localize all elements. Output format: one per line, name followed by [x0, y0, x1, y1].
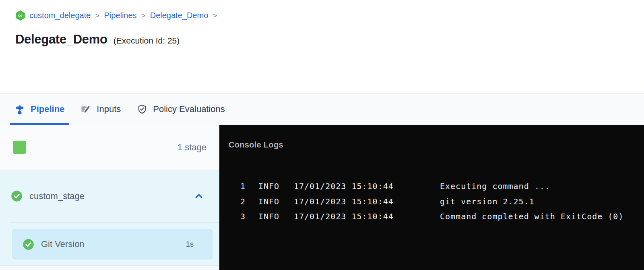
- execution-content: 1 stage custom_stage: [0, 125, 644, 270]
- log-message: git version 2.25.1: [440, 194, 644, 210]
- pipeline-icon: [14, 104, 25, 114]
- breadcrumb-separator: >: [95, 11, 100, 20]
- log-message: Executing command ...: [440, 179, 644, 194]
- stage-panel-footer: [0, 266, 219, 270]
- tab-label: Policy Evaluations: [153, 104, 225, 114]
- console-logs-panel: Console Logs 1 INFO 17/01/2023 15:10:44 …: [219, 125, 644, 270]
- execution-id-label: (Execution Id: 25): [114, 36, 180, 46]
- log-line-number: 2: [219, 194, 246, 210]
- breadcrumb-separator: >: [212, 11, 217, 20]
- log-level: INFO: [246, 194, 294, 210]
- stage-status-square-icon: [13, 141, 26, 154]
- pipeline-execution-page: ∞ custom_delegate > Pipelines > Delegate…: [0, 0, 644, 270]
- log-level: INFO: [246, 209, 294, 224]
- tab-label: Pipeline: [31, 104, 64, 114]
- tab-policy-evaluations[interactable]: Policy Evaluations: [132, 93, 230, 125]
- shield-check-icon: [137, 104, 147, 114]
- stage-summary-bar: 1 stage: [0, 125, 219, 170]
- chevron-up-icon[interactable]: [194, 191, 204, 201]
- check-circle-icon: [23, 239, 34, 250]
- console-log-area[interactable]: 1 INFO 17/01/2023 15:10:44 Executing com…: [219, 165, 644, 224]
- execution-tabbar: Pipeline Inputs Policy Evaluations: [0, 93, 644, 125]
- log-timestamp: 17/01/2023 15:10:44: [294, 209, 440, 224]
- stage-card: custom_stage Git Version 1s: [0, 170, 219, 266]
- inputs-edit-icon: [80, 104, 91, 114]
- page-header: ∞ custom_delegate > Pipelines > Delegate…: [0, 0, 644, 93]
- stage-divider: [10, 222, 219, 222]
- log-level: INFO: [246, 179, 294, 194]
- tab-pipeline[interactable]: Pipeline: [10, 93, 69, 125]
- step-row-git-version[interactable]: Git Version 1s: [12, 229, 213, 260]
- log-timestamp: 17/01/2023 15:10:44: [294, 179, 440, 194]
- check-circle-icon: [11, 190, 23, 202]
- page-title: Delegate_Demo: [15, 32, 107, 47]
- log-line-number: 3: [219, 209, 246, 224]
- log-line: 3 INFO 17/01/2023 15:10:44 Command compl…: [219, 209, 644, 224]
- console-logs-title: Console Logs: [229, 140, 283, 150]
- stage-name-label: custom_stage: [29, 191, 85, 201]
- svg-text:∞: ∞: [18, 12, 22, 19]
- breadcrumb-link-pipeline[interactable]: Delegate_Demo: [150, 11, 208, 20]
- tab-inputs[interactable]: Inputs: [76, 93, 126, 125]
- log-line: 1 INFO 17/01/2023 15:10:44 Executing com…: [219, 179, 644, 194]
- stage-panel: 1 stage custom_stage: [0, 125, 219, 270]
- stage-row-custom-stage[interactable]: custom_stage: [0, 170, 219, 222]
- step-duration-label: 1s: [186, 240, 194, 249]
- log-line: 2 INFO 17/01/2023 15:10:44 git version 2…: [219, 194, 644, 210]
- log-line-number: 1: [219, 179, 246, 194]
- breadcrumb: ∞ custom_delegate > Pipelines > Delegate…: [15, 10, 644, 21]
- breadcrumb-link-project[interactable]: custom_delegate: [29, 11, 91, 20]
- step-name-label: Git Version: [41, 239, 85, 249]
- console-logs-header: Console Logs: [219, 125, 644, 165]
- tab-label: Inputs: [97, 104, 121, 114]
- title-row: Delegate_Demo (Execution Id: 25): [15, 32, 644, 47]
- breadcrumb-link-pipelines[interactable]: Pipelines: [104, 11, 136, 20]
- breadcrumb-separator: >: [141, 11, 146, 20]
- log-message: Command completed with ExitCode (0): [440, 209, 644, 224]
- harness-infinity-icon: ∞: [15, 10, 25, 21]
- stage-count-label: 1 stage: [178, 142, 206, 153]
- log-timestamp: 17/01/2023 15:10:44: [294, 194, 440, 210]
